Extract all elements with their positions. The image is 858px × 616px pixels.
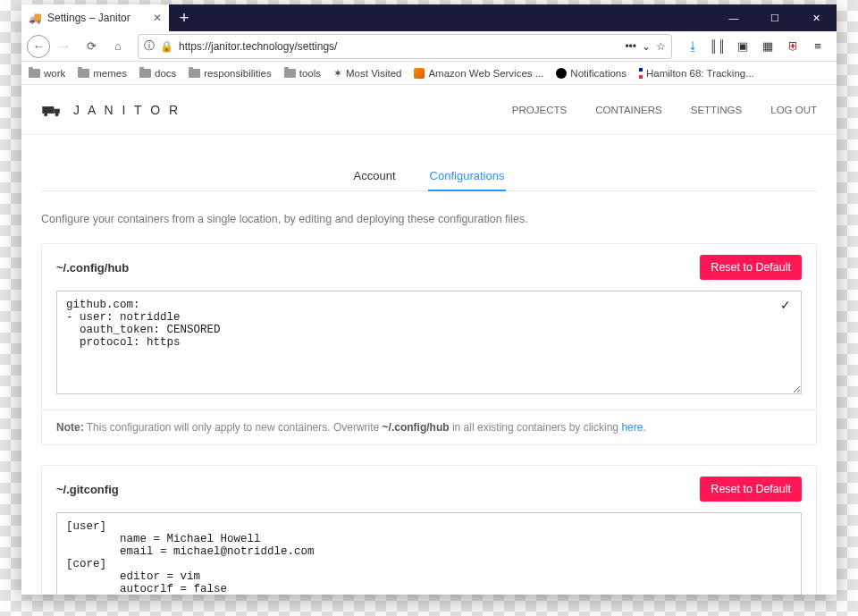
folder-icon <box>284 69 296 78</box>
download-icon[interactable]: ⭳ <box>685 38 701 55</box>
reload-button[interactable]: ⟳ <box>79 34 104 59</box>
address-bar[interactable]: ⓘ 🔒 https://janitor.technology/settings/… <box>138 34 672 59</box>
sidebar-icon[interactable]: ▣ <box>735 38 751 55</box>
tab-account[interactable]: Account <box>352 162 398 190</box>
svg-rect-1 <box>54 108 60 113</box>
nav-logout[interactable]: LOG OUT <box>770 105 817 115</box>
truck-icon <box>41 103 64 117</box>
containers-icon[interactable]: ▦ <box>760 38 776 55</box>
svg-rect-0 <box>42 106 54 114</box>
config-textarea[interactable] <box>56 291 802 394</box>
brand-text: J A N I T O R <box>73 103 181 117</box>
forward-button: → <box>52 34 77 59</box>
nav-settings[interactable]: SETTINGS <box>691 105 743 115</box>
ublock-icon[interactable]: ⛨ <box>785 38 801 55</box>
close-window-button[interactable]: ✕ <box>795 4 837 31</box>
home-button[interactable]: ⌂ <box>105 34 130 59</box>
browser-window: 🚚 Settings – Janitor ✕ + — ☐ ✕ ← → ⟳ ⌂ ⓘ… <box>21 4 837 595</box>
tab-favicon: 🚚 <box>29 12 42 24</box>
config-path: ~/.config/hub <box>56 261 129 274</box>
aws-icon <box>414 68 425 79</box>
svg-point-3 <box>55 113 59 116</box>
back-button[interactable]: ← <box>27 35 50 58</box>
maximize-button[interactable]: ☐ <box>754 4 795 31</box>
svg-point-2 <box>44 113 47 116</box>
folder-icon <box>189 69 200 78</box>
url-text: https://janitor.technology/settings/ <box>179 40 619 53</box>
config-path: ~/.gitconfig <box>56 483 119 496</box>
site-nav: PROJECTS CONTAINERS SETTINGS LOG OUT <box>512 105 817 115</box>
bookmark-most-visited[interactable]: ✶Most Visited <box>333 67 401 80</box>
bookmark-memes[interactable]: memes <box>78 68 127 79</box>
bookmark-tools[interactable]: tools <box>284 68 321 79</box>
page-actions-icon[interactable]: ••• <box>625 40 636 53</box>
saved-check-icon: ✓ <box>780 298 791 312</box>
bookmark-hamilton68[interactable]: Hamilton 68: Tracking... <box>639 68 754 79</box>
bookmark-aws[interactable]: Amazon Web Services ... <box>414 68 543 79</box>
nav-toolbar: ← → ⟳ ⌂ ⓘ 🔒 https://janitor.technology/s… <box>21 31 837 62</box>
bookmark-notifications[interactable]: Notifications <box>556 68 627 79</box>
page-content: J A N I T O R PROJECTS CONTAINERS SETTIN… <box>21 85 837 595</box>
pocket-icon[interactable]: ⌄ <box>642 40 651 53</box>
bookmark-responsibilities[interactable]: responsibilities <box>189 68 271 79</box>
folder-icon <box>78 69 89 78</box>
site-header: J A N I T O R PROJECTS CONTAINERS SETTIN… <box>21 85 837 135</box>
folder-icon <box>29 69 40 78</box>
close-tab-icon[interactable]: ✕ <box>153 12 162 24</box>
settings-tabs: Account Configurations <box>41 162 817 191</box>
library-icon[interactable]: ║║ <box>710 38 726 55</box>
titlebar: 🚚 Settings – Janitor ✕ + — ☐ ✕ <box>21 4 837 31</box>
logo[interactable]: J A N I T O R <box>41 103 181 117</box>
info-icon[interactable]: ⓘ <box>144 38 155 54</box>
github-icon <box>556 68 567 79</box>
minimize-button[interactable]: — <box>713 4 754 31</box>
menu-icon[interactable]: ≡ <box>810 38 826 55</box>
overwrite-link[interactable]: here <box>621 421 643 434</box>
tab-title: Settings – Janitor <box>47 12 130 24</box>
bookmarks-bar: work memes docs responsibilities tools ✶… <box>21 62 837 85</box>
lock-icon: 🔒 <box>160 40 173 53</box>
new-tab-button[interactable]: + <box>169 4 199 31</box>
browser-tab[interactable]: 🚚 Settings – Janitor ✕ <box>21 4 169 31</box>
folder-icon <box>139 69 151 78</box>
tab-configurations[interactable]: Configurations <box>428 162 507 191</box>
config-textarea[interactable] <box>56 512 802 595</box>
gear-icon: ✶ <box>333 67 342 80</box>
reset-button[interactable]: Reset to Default <box>700 477 802 502</box>
config-note: Note: This configuration will only apply… <box>42 409 816 444</box>
reset-button[interactable]: Reset to Default <box>700 255 802 280</box>
config-card: ~/.config/hubReset to Default✓Note: This… <box>41 243 817 445</box>
config-description: Configure your containers from a single … <box>41 213 817 225</box>
nav-projects[interactable]: PROJECTS <box>512 105 567 115</box>
flag-icon <box>639 68 643 79</box>
nav-containers[interactable]: CONTAINERS <box>595 105 662 115</box>
config-card: ~/.gitconfigReset to DefaultNote: This c… <box>41 465 817 595</box>
bookmark-star-icon[interactable]: ☆ <box>656 40 666 53</box>
bookmark-docs[interactable]: docs <box>139 68 176 79</box>
bookmark-work[interactable]: work <box>29 68 65 79</box>
